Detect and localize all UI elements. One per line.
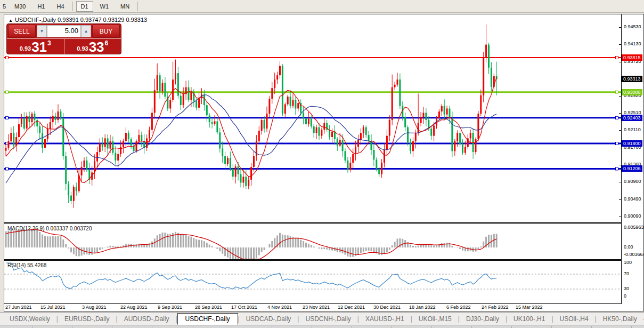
price-axis-label: 0.00	[624, 244, 633, 250]
price-axis-label: -0.003664	[624, 252, 644, 257]
price-axis-label: 0.91206	[622, 165, 642, 172]
chart-tab-eurusd[interactable]: EURUSD-,Daily	[58, 314, 116, 324]
timeframe-button-h4[interactable]: H4	[52, 1, 69, 12]
axis-tick	[619, 217, 621, 217]
price-axis-label: 0.90490	[624, 196, 641, 202]
date-axis-label: 4 Nov 2021	[267, 305, 292, 310]
chart-tab-bar: USDX,Weekly|EURUSD-,Daily|AUDUSD-,Daily|…	[0, 312, 644, 325]
strip-separator	[511, 326, 512, 328]
strip-separator	[72, 326, 72, 328]
sell-price-sup: 3	[47, 39, 51, 47]
strip-separator	[272, 326, 272, 328]
date-axis-label: 15 Mar 2022	[516, 305, 543, 310]
timeframe-button-mn[interactable]: MN	[116, 1, 134, 12]
date-axis-label: 23 Nov 2021	[303, 305, 330, 310]
date-axis-label: 9 Sep 2021	[158, 305, 182, 310]
price-axis-label: 0.005963	[624, 225, 644, 230]
sell-price-big: 31	[31, 41, 47, 53]
strip-separator	[312, 326, 312, 328]
chart-tab-usoil[interactable]: USOil-,H4	[553, 314, 595, 324]
date-axis-label: 17 Oct 2021	[231, 305, 257, 310]
rsi-label: RSI(14) 55.4268	[7, 262, 46, 268]
time-axis-labels: 27 Jun 202115 Jul 20213 Aug 202122 Aug 2…	[4, 305, 621, 311]
strip-separator	[232, 326, 232, 328]
chart-tab-usdchf[interactable]: USDCHF-,Daily	[177, 313, 238, 325]
price-axis-label: 0.91800	[622, 140, 642, 147]
strip-separator	[392, 326, 392, 328]
buy-price-sup: 6	[105, 39, 109, 47]
price-axis-label: 100	[624, 260, 632, 265]
price-axis-label: 0.94130	[624, 41, 641, 46]
date-axis-label: 30 Dec 2021	[373, 305, 401, 310]
timeframe-button-h1[interactable]: H1	[32, 1, 50, 12]
rsi-indicator-pane[interactable]	[4, 261, 621, 303]
timeframe-button-w1[interactable]: W1	[95, 1, 114, 12]
sell-price-prefix: 0.93	[20, 45, 31, 52]
strip-separator	[431, 326, 432, 328]
buy-price-prefix: 0.93	[77, 45, 88, 52]
bottom-strip	[0, 325, 644, 328]
strip-separator	[112, 326, 112, 328]
buy-price-big: 33	[89, 41, 104, 53]
pane-splitter[interactable]	[4, 222, 621, 224]
buy-price[interactable]: 0.93 33 6	[64, 39, 121, 54]
axis-tick	[619, 113, 621, 114]
macd-label: MACD(12,26,9) 0.003337 0.003720	[7, 226, 92, 231]
strip-separator	[591, 326, 592, 328]
chart-tab-audusd[interactable]: AUDUSD-,Daily	[118, 314, 176, 324]
axis-tick	[619, 44, 621, 45]
strip-separator	[631, 326, 632, 328]
date-axis-label: 6 Feb 2022	[446, 305, 471, 310]
timeframe-toolbar: 5M30H1H4D1W1MN	[0, 0, 644, 13]
chart-tab-usdx[interactable]: USDX,Weekly	[3, 314, 56, 324]
chart-tab-hk50[interactable]: HK50-,Daily	[597, 314, 643, 324]
axis-tick	[619, 182, 621, 182]
toolbar-separator	[72, 2, 73, 11]
axis-tick	[619, 130, 621, 131]
time-axis-line	[4, 303, 621, 304]
price-axis-label: 0.90900	[624, 179, 641, 184]
strip-separator	[471, 326, 472, 328]
chart-tab-dj30[interactable]: DJ30-,Daily	[460, 314, 506, 324]
timeframe-button-m30[interactable]: M30	[10, 1, 30, 12]
chart-title: ▲USDCHF-,Daily 0.93391 0.93747 0.93129 0…	[9, 17, 147, 23]
timeframe-button-5[interactable]: 5	[1, 1, 7, 12]
price-axis-label: 0.90090	[624, 213, 641, 219]
strip-separator	[32, 326, 32, 328]
chart-ohlc-values: 0.93391 0.93747 0.93129 0.93313	[58, 17, 147, 23]
chart-tab-ukoil[interactable]: UKOil-,M15	[412, 314, 458, 324]
date-axis-label: 24 Feb 2022	[482, 305, 509, 310]
chart-tab-usdcad[interactable]: USDCAD-,Daily	[240, 314, 298, 324]
date-axis-label: 28 Sep 2021	[195, 305, 222, 310]
date-axis-label: 15 Jul 2021	[40, 305, 66, 310]
volume-decrease-button[interactable]: ▼	[37, 25, 47, 37]
strip-separator	[152, 326, 152, 328]
date-axis-label: 27 Jun 2021	[5, 305, 32, 310]
macd-indicator-pane[interactable]	[4, 225, 621, 259]
strip-separator	[352, 326, 352, 328]
chart-tab-xauusd[interactable]: XAUUSD-,H1	[359, 314, 411, 324]
chart-tab-usdcnh[interactable]: USDCNH-,Daily	[299, 314, 357, 324]
strip-separator	[551, 326, 552, 328]
chart-symbol-label: USDCHF-,Daily	[15, 17, 56, 23]
chart-tab-uk100[interactable]: UK100-,H1	[507, 314, 551, 324]
axis-tick	[619, 148, 621, 148]
collapse-arrow-icon[interactable]: ▲	[9, 18, 13, 23]
volume-increase-button[interactable]: ▲	[81, 25, 91, 37]
price-axis-label: 0.93313	[622, 76, 642, 82]
buy-button[interactable]: BUY	[92, 25, 120, 38]
strip-separator	[192, 326, 192, 328]
price-axis-label: 0	[624, 293, 626, 299]
price-axis-label: 70	[624, 271, 629, 276]
price-axis-label: 0.94530	[624, 24, 641, 29]
price-axis-label: 0.92403	[622, 115, 642, 121]
sell-button[interactable]: SELL	[8, 25, 36, 38]
price-axis-label: 0.92110	[624, 127, 641, 132]
volume-input[interactable]: 5.00	[47, 25, 81, 37]
sell-price[interactable]: 0.93 31 3	[7, 39, 64, 54]
date-axis-label: 12 Dec 2021	[338, 305, 365, 310]
timeframe-button-d1[interactable]: D1	[76, 1, 93, 12]
price-axis-label: 30	[624, 286, 629, 291]
date-axis-label: 18 Jan 2022	[409, 305, 436, 310]
trading-terminal: 5M30H1H4D1W1MN ▲USDCHF-,Daily 0.93391 0.…	[0, 0, 644, 328]
